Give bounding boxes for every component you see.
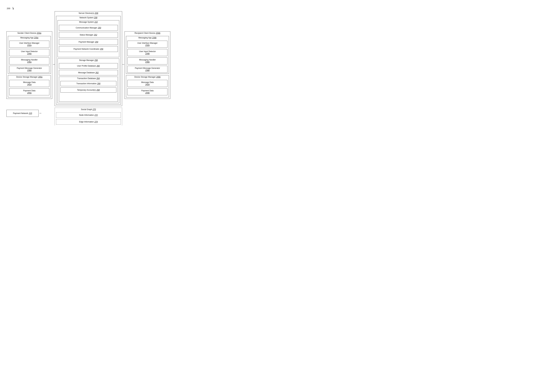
message-system-ref: 210 bbox=[94, 21, 98, 23]
storage-manager-box: Storage Manager 258 User Profile Databas… bbox=[58, 59, 119, 103]
social-graph-box: Social Graph 270 Node Information 272 Ed… bbox=[55, 108, 122, 125]
sender-client-device-title: Sender Client Device 204a bbox=[7, 32, 52, 35]
network-system-ref: 208 bbox=[94, 17, 97, 19]
network-system-title: Network System 208 bbox=[56, 16, 121, 19]
sender-client-device-box: Sender Client Device 204a Messaging App … bbox=[6, 31, 52, 99]
message-system-box: Message System 210 Communication Manager… bbox=[58, 20, 119, 57]
server-recipient-arrow: ↔ bbox=[122, 63, 124, 66]
payment-network-box: Payment Network 215 bbox=[6, 110, 39, 117]
transaction-info-box: Transaction Information 266 bbox=[60, 81, 116, 86]
server-device-ref: 206 bbox=[95, 12, 98, 14]
recipient-ui-manager-box: User Interface Manager 232b bbox=[127, 41, 167, 48]
sender-payment-data-box: Payment Data 244a bbox=[9, 88, 49, 95]
payment-network-server-arrow: ↔ bbox=[39, 112, 54, 115]
payment-manager-box: Payment Manager 254 bbox=[59, 39, 118, 45]
network-system-box: Network System 208 Message System 210 Co… bbox=[56, 16, 121, 105]
user-profile-db-box: User Profile Database 260 bbox=[59, 63, 118, 69]
social-graph-title: Social Graph 270 bbox=[55, 108, 122, 111]
recipient-message-data-box: Message Data 242b bbox=[127, 80, 167, 87]
sender-device-storage-title: Device Storage Manager 240a bbox=[8, 75, 51, 79]
message-system-title: Message System 210 bbox=[58, 20, 119, 24]
server-device-box: Server Device(s) 206 Network System 208 … bbox=[55, 11, 122, 106]
sender-server-arrow: ↔ bbox=[52, 63, 55, 66]
sender-messaging-handler-box: Messaging Handler 236a bbox=[9, 57, 49, 65]
status-manager-box: Status Manager 252 bbox=[59, 32, 118, 38]
transaction-db-box: Transaction Database 264 Transaction Inf… bbox=[59, 77, 118, 102]
recipient-messaging-app-title: Messaging App 230b bbox=[126, 36, 169, 39]
sender-user-input-box: User Input Detector 234a bbox=[9, 49, 49, 56]
server-device-title: Server Device(s) 206 bbox=[55, 11, 122, 15]
recipient-client-device-title: Recipient Client Device 204b bbox=[125, 32, 170, 35]
payment-network-coordinator-box: Payment Network Coordinator 256 bbox=[59, 46, 118, 52]
sender-messaging-app-title: Messaging App 230a bbox=[8, 36, 51, 39]
recipient-device-storage-box: Device Storage Manager 240b Message Data… bbox=[126, 75, 169, 97]
recipient-messaging-app-box: Messaging App 230b User Interface Manage… bbox=[126, 36, 169, 74]
transaction-db-title: Transaction Database 264 bbox=[59, 77, 118, 80]
recipient-messaging-handler-box: Messaging Handler 236b bbox=[127, 57, 167, 65]
recipient-user-input-box: User Input Detector 234b bbox=[127, 49, 167, 56]
sender-message-data-box: Message Data 242a bbox=[9, 80, 49, 87]
label-200: 200 ↘ bbox=[7, 6, 14, 10]
recipient-client-device-box: Recipient Client Device 204b Messaging A… bbox=[125, 31, 170, 99]
recipient-payment-msg-gen-box: Payment Message Generator 238b bbox=[127, 66, 167, 73]
edge-info-box: Edge Information 274 bbox=[56, 119, 121, 125]
temporary-accounts-box: Temporary Account(s) 268 bbox=[60, 87, 116, 93]
sender-payment-msg-gen-box: Payment Message Generator 238a bbox=[9, 66, 49, 73]
recipient-payment-data-box: Payment Data 244b bbox=[127, 88, 167, 95]
diagram-root: 200 ↘ Server Device(s) 206 Network Syste… bbox=[3, 3, 174, 122]
storage-manager-title: Storage Manager 258 bbox=[58, 59, 119, 62]
communication-manager-box: Communication Manager 250 bbox=[59, 25, 118, 31]
message-db-box: Message Database 262 bbox=[59, 70, 118, 75]
node-info-box: Node Information 272 bbox=[56, 112, 121, 118]
sender-ui-manager-box: User Interface Manager 232a bbox=[9, 41, 49, 48]
sender-messaging-app-box: Messaging App 230a User Interface Manage… bbox=[8, 36, 51, 74]
sender-device-storage-box: Device Storage Manager 240a Message Data… bbox=[8, 75, 51, 97]
recipient-device-storage-title: Device Storage Manager 240b bbox=[126, 75, 169, 79]
